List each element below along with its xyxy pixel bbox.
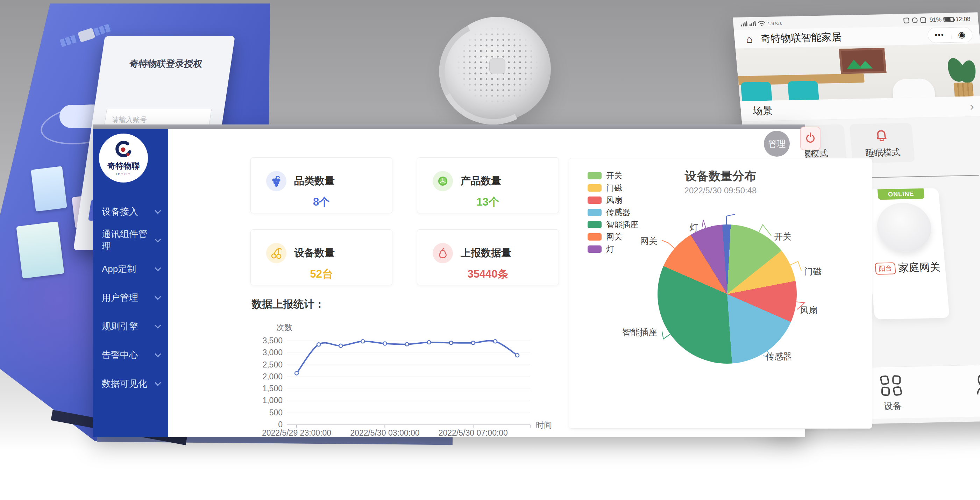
pie-leader-lines <box>569 159 873 429</box>
chevron-down-icon <box>154 379 161 386</box>
wall-art <box>839 48 886 74</box>
gateway-image <box>875 202 933 252</box>
device-name: 家庭网关 <box>898 260 941 275</box>
admin-dashboard-window: 奇特物聯 IOTKIT 设备接入通讯组件管理App定制用户管理规则引擎告警中心数… <box>93 124 805 437</box>
sidebar-item[interactable]: 设备接入 <box>93 197 168 226</box>
online-badge: ONLINE <box>878 189 925 200</box>
nfc-icon <box>904 17 909 23</box>
y-axis-tick: 3,500 <box>250 336 283 346</box>
stat-card-reports: 上报数据量 35440条 <box>417 229 559 285</box>
network-speed: 1.9 K/s <box>767 21 782 26</box>
sidebar-item[interactable]: 告警中心 <box>93 341 168 369</box>
y-axis-tick: 500 <box>250 408 283 417</box>
room-photo <box>735 44 980 101</box>
composite-scene: 奇特物联登录授权 登录 1.9 K/s 91% 1 <box>0 0 980 500</box>
sidebar-item[interactable]: 用户管理 <box>93 283 168 312</box>
scene-label: 场景 <box>752 100 970 117</box>
lime-icon <box>433 171 453 191</box>
pie-slice-label: 开关 <box>774 231 791 242</box>
chevron-down-icon <box>154 351 161 357</box>
chevron-down-icon <box>154 236 161 242</box>
battery-icon <box>943 17 954 22</box>
chevron-down-icon <box>154 265 161 271</box>
person-icon <box>974 373 980 394</box>
stat-value: 13个 <box>417 195 558 210</box>
pie-slice-label: 网关 <box>640 235 657 247</box>
sidebar: 奇特物聯 IOTKIT 设备接入通讯组件管理App定制用户管理规则引擎告警中心数… <box>93 129 168 437</box>
y-axis-tick: 1,000 <box>250 396 283 405</box>
stat-value: 52台 <box>251 267 392 281</box>
illustration-screen <box>16 221 64 279</box>
chair <box>740 82 773 102</box>
stat-card-devices: 设备数量 52台 <box>250 229 393 285</box>
illustration-screen <box>31 166 67 211</box>
power-icon <box>806 134 815 143</box>
smart-speaker-device <box>444 17 551 121</box>
chevron-down-icon <box>154 322 161 328</box>
plant <box>945 57 980 97</box>
more-icon[interactable]: ••• <box>934 31 945 39</box>
sleep-mode-card[interactable]: 睡眠模式 <box>849 123 915 163</box>
stat-value: 35440条 <box>417 267 558 281</box>
cherries-icon <box>266 243 286 263</box>
dashboard-main: 品类数量 8个 产品数量 13个 设备数量 <box>168 129 805 437</box>
white-chair <box>891 78 935 100</box>
chevron-down-icon <box>154 207 161 214</box>
stat-value: 8个 <box>251 195 392 210</box>
room-tag: 阳台 <box>875 262 896 275</box>
clock-text: 12:08 <box>955 16 970 23</box>
sidebar-item[interactable]: 规则引擎 <box>93 312 168 341</box>
signal-icon <box>741 21 748 26</box>
stat-label: 品类数量 <box>294 174 335 188</box>
power-button[interactable] <box>800 127 821 150</box>
home-icon[interactable]: ⌂ <box>741 31 758 47</box>
login-title: 奇特物联登录授权 <box>100 58 232 70</box>
phone-app-title: 奇特物联智能家居 <box>760 28 928 46</box>
pie-slice-label: 风扇 <box>800 305 818 316</box>
chevron-right-icon: › <box>969 100 974 113</box>
close-capsule-icon[interactable]: ◉ <box>958 30 966 40</box>
chair <box>787 81 819 102</box>
pie-slice-label: 智能插座 <box>622 327 657 338</box>
speaker-logo-cap <box>489 58 505 74</box>
bell-icon <box>873 128 890 143</box>
sidebar-item[interactable]: App定制 <box>93 254 168 283</box>
tab-me[interactable]: 我 <box>960 373 980 411</box>
window-top-edge <box>93 124 805 129</box>
manage-button[interactable]: 管理 <box>764 131 790 157</box>
y-axis-tick: 1,500 <box>250 384 283 394</box>
vibrate-icon <box>920 17 926 23</box>
x-axis-tick: 2022/5/30 07:00:00 <box>428 428 519 438</box>
stat-card-products: 产品数量 13个 <box>417 157 559 213</box>
battery-percent: 91% <box>929 16 942 24</box>
sidebar-menu: 设备接入通讯组件管理App定制用户管理规则引擎告警中心数据可见化 <box>93 197 168 398</box>
miniprogram-menu[interactable]: ••• ◉ <box>927 27 973 43</box>
stat-label: 产品数量 <box>461 174 501 188</box>
report-line-chart: 次数 05001,0001,5002,0002,5003,0003,500 20… <box>250 319 565 440</box>
stat-label: 上报数据量 <box>461 246 511 260</box>
pie-slice-label: 传感器 <box>765 351 792 362</box>
chevron-down-icon <box>154 294 161 300</box>
devices-grid-icon <box>880 375 902 396</box>
gateway-device-card[interactable]: ONLINE 阳台 家庭网关 <box>864 188 950 319</box>
device-distribution-card: 设备数量分布 2022/5/30 09:50:48 开关门磁风扇传感器智能插座网… <box>569 158 872 429</box>
tab-devices[interactable]: 设备 <box>865 375 918 413</box>
y-axis-tick: 0 <box>250 420 283 429</box>
y-axis-tick: 3,000 <box>250 348 283 357</box>
logo-mark-icon <box>114 140 133 160</box>
x-axis-tick: 2022/5/30 03:00:00 <box>339 428 430 438</box>
logo-text: 奇特物聯 <box>107 160 140 171</box>
wifi-icon <box>757 21 765 26</box>
x-axis-name: 时间 <box>536 420 552 431</box>
signal-icon <box>749 21 756 26</box>
pie-slice-label: 门磁 <box>804 266 822 277</box>
alarm-icon <box>912 17 918 23</box>
y-axis-tick: 2,500 <box>250 360 283 370</box>
line-chart-canvas <box>250 319 565 440</box>
sidebar-item[interactable]: 数据可见化 <box>93 369 168 398</box>
sidebar-item[interactable]: 通讯组件管理 <box>93 226 168 254</box>
brand-logo: 奇特物聯 IOTKIT <box>99 133 148 183</box>
pie-slice-label: 灯 <box>690 222 698 233</box>
logo-subtitle: IOTKIT <box>116 172 131 176</box>
grapes-icon <box>266 171 286 191</box>
